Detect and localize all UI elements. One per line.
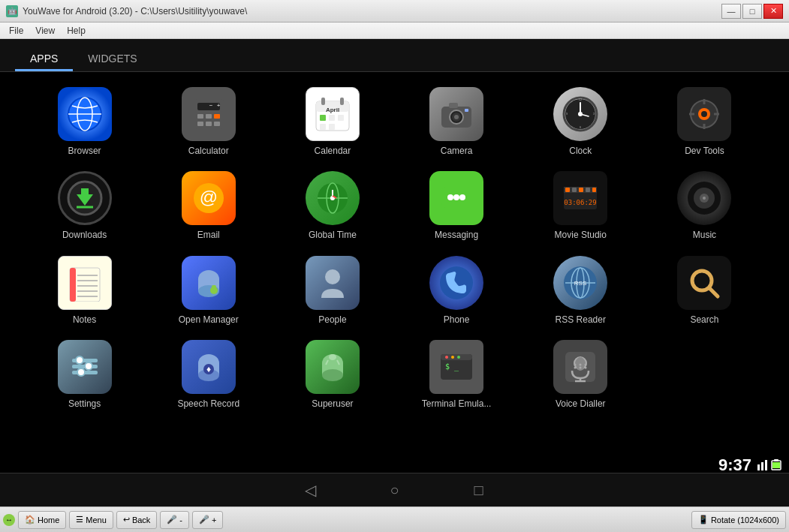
app-icon: 🤖 (6, 5, 18, 17)
svg-rect-74 (70, 268, 76, 302)
svg-point-116 (457, 356, 460, 359)
browser-label: Browser (68, 146, 101, 156)
svg-point-60 (459, 194, 465, 200)
app-browser[interactable]: Browser (23, 80, 146, 164)
svg-rect-132 (774, 459, 778, 461)
app-devtools[interactable]: Dev Tools (643, 80, 766, 164)
devtools-label: Dev Tools (685, 146, 724, 156)
menu-view[interactable]: View (29, 24, 61, 38)
app-music[interactable]: Music (643, 164, 766, 248)
svg-point-122 (574, 364, 577, 366)
svg-point-86 (440, 266, 473, 299)
menu-taskbar-button[interactable]: ☰ Menu (69, 511, 113, 529)
back-button[interactable]: ◁ (299, 478, 323, 502)
minimize-button[interactable]: — (721, 4, 741, 19)
search-label: Search (690, 314, 718, 325)
voicedialler-label: Voice Dialler (556, 398, 606, 409)
rotate-button[interactable]: 📱 Rotate (1024x600) (691, 511, 786, 529)
svg-rect-10 (214, 122, 220, 126)
people-icon (306, 256, 360, 310)
svg-text:@: @ (200, 187, 218, 207)
svg-rect-133 (772, 462, 780, 468)
app-notes[interactable]: Notes (23, 248, 146, 332)
messaging-icon (429, 171, 483, 225)
svg-point-127 (585, 367, 587, 369)
title-bar-left: 🤖 YouWave for Android (3.20) - C:\Users\… (6, 5, 247, 17)
app-email[interactable]: @ Email (146, 164, 270, 248)
music-label: Music (693, 230, 716, 240)
app-search[interactable]: Search (643, 248, 766, 332)
menu-help[interactable]: Help (61, 24, 92, 38)
app-settings[interactable]: Settings (23, 332, 146, 416)
tabs-area: APPS WIDGETS (0, 39, 789, 71)
mic-minus-button[interactable]: 🎤- (160, 511, 189, 529)
messaging-label: Messaging (435, 230, 478, 240)
settings-icon (58, 340, 112, 394)
svg-point-123 (574, 367, 577, 369)
home-icon: 🏠 (25, 515, 35, 524)
app-calendar[interactable]: April Calendar (270, 80, 394, 164)
home-taskbar-button[interactable]: 🏠 Home (18, 511, 66, 529)
recents-button[interactable]: □ (467, 478, 491, 502)
back-icon: ↩ (123, 515, 130, 524)
app-rssreader[interactable]: RSS RSS Reader (519, 248, 643, 332)
tab-apps[interactable]: APPS (15, 48, 73, 71)
svg-point-58 (447, 194, 453, 200)
svg-rect-130 (765, 460, 767, 470)
app-moviestudio[interactable]: 03:06:29 Movie Studio (519, 164, 643, 248)
windows-taskbar: ↔ 🏠 Home ☰ Menu ↩ Back 🎤- 🎤+ 📱 Rotate (1… (0, 506, 789, 532)
mic-plus-button[interactable]: 🎤+ (192, 511, 223, 529)
tab-widgets[interactable]: WIDGETS (73, 48, 152, 71)
globaltime-label: Global Time (309, 230, 357, 240)
back-taskbar-button[interactable]: ↩ Back (116, 511, 157, 529)
time-display: 9:37 (718, 455, 751, 475)
app-downloads[interactable]: Downloads (23, 164, 146, 248)
app-camera[interactable]: Camera (395, 80, 519, 164)
notes-icon (58, 256, 112, 310)
svg-rect-64 (572, 188, 577, 192)
app-superuser[interactable]: Superuser (270, 332, 394, 416)
youwave-icon: ↔ (3, 514, 15, 526)
clock-label: Clock (569, 146, 592, 156)
android-screen: APPS WIDGETS Browser (0, 39, 789, 506)
svg-rect-47 (81, 188, 89, 197)
terminal-icon: $ _ (429, 340, 483, 394)
superuser-icon (306, 340, 360, 394)
svg-rect-63 (565, 188, 570, 192)
svg-rect-22 (329, 124, 335, 130)
app-calculator[interactable]: + − Calculator (146, 80, 270, 164)
app-openmanager[interactable]: Open Manager (146, 248, 270, 332)
close-button[interactable]: ✕ (763, 4, 783, 19)
svg-rect-8 (197, 122, 203, 126)
moviestudio-label: Movie Studio (555, 230, 607, 240)
signal-icons (756, 458, 781, 472)
svg-point-26 (454, 115, 459, 119)
svg-text:03:06:29: 03:06:29 (565, 199, 597, 206)
svg-point-126 (585, 364, 587, 366)
app-people[interactable]: People (270, 248, 394, 332)
app-terminal[interactable]: $ _ Terminal Emula... (395, 332, 519, 416)
svg-rect-27 (449, 103, 458, 108)
menu-bar: File View Help (0, 23, 789, 39)
menu-file[interactable]: File (3, 24, 29, 38)
home-button[interactable]: ○ (383, 478, 407, 502)
camera-label: Camera (441, 146, 473, 156)
svg-point-98 (85, 362, 92, 370)
apps-grid: Browser + − Calculator (0, 72, 789, 473)
svg-point-40 (701, 111, 707, 117)
svg-point-124 (580, 364, 582, 366)
maximize-button[interactable]: □ (742, 4, 762, 19)
app-globaltime[interactable]: Global Time (270, 164, 394, 248)
openmanager-label: Open Manager (179, 314, 239, 325)
app-voicedialler[interactable]: Voice Dialler (519, 332, 643, 416)
svg-rect-16 (340, 98, 344, 105)
app-speechrecord[interactable]: ♦ Speech Record (146, 332, 270, 416)
svg-rect-7 (214, 114, 220, 119)
voicedialler-icon (553, 340, 607, 394)
svg-point-99 (77, 368, 85, 376)
phone-label: Phone (444, 314, 470, 325)
app-messaging[interactable]: Messaging (395, 164, 519, 248)
app-phone[interactable]: Phone (395, 248, 519, 332)
app-clock[interactable]: 12 3 6 9 Clock (519, 80, 643, 164)
speechrecord-icon: ♦ (182, 340, 236, 394)
